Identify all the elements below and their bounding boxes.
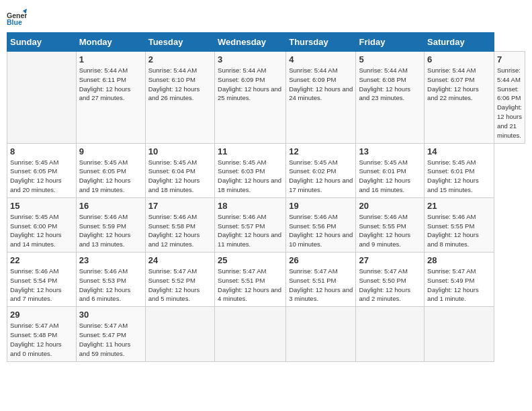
table-row: 9Sunrise: 5:45 AMSunset: 6:05 PMDaylight… [76,143,145,197]
day-info: Sunrise: 5:46 AMSunset: 5:53 PMDaylight:… [79,267,131,302]
day-number: 29 [10,310,73,320]
table-row: 29Sunrise: 5:47 AMSunset: 5:48 PMDayligh… [7,307,77,361]
day-number: 21 [427,201,491,211]
day-number: 20 [359,201,421,211]
table-row: 14Sunrise: 5:45 AMSunset: 6:01 PMDayligh… [425,143,494,197]
table-row: 26Sunrise: 5:47 AMSunset: 5:51 PMDayligh… [286,253,356,307]
weekday-header-wednesday: Wednesday [215,33,286,52]
day-info: Sunrise: 5:45 AMSunset: 6:05 PMDaylight:… [10,158,62,193]
empty-cell [7,52,77,144]
table-row: 12Sunrise: 5:45 AMSunset: 6:02 PMDayligh… [286,143,356,197]
day-number: 26 [289,255,353,265]
table-row: 13Sunrise: 5:45 AMSunset: 6:01 PMDayligh… [356,143,425,197]
day-info: Sunrise: 5:47 AMSunset: 5:51 PMDaylight:… [218,267,281,302]
day-number: 7 [497,54,522,64]
day-info: Sunrise: 5:46 AMSunset: 5:59 PMDaylight:… [79,213,131,248]
day-number: 25 [218,255,283,265]
day-number: 1 [79,54,142,64]
day-info: Sunrise: 5:45 AMSunset: 6:03 PMDaylight:… [218,158,281,193]
day-number: 5 [359,54,421,64]
day-number: 30 [79,310,142,320]
table-row: 1Sunrise: 5:44 AMSunset: 6:11 PMDaylight… [76,52,145,144]
day-number: 11 [218,146,283,156]
svg-text:Blue: Blue [7,18,22,26]
table-row: 21Sunrise: 5:46 AMSunset: 5:55 PMDayligh… [425,197,494,252]
day-info: Sunrise: 5:45 AMSunset: 6:02 PMDaylight:… [289,158,353,193]
table-row: 6Sunrise: 5:44 AMSunset: 6:07 PMDaylight… [425,52,494,144]
day-info: Sunrise: 5:46 AMSunset: 5:56 PMDaylight:… [289,213,353,248]
weekday-header-sunday: Sunday [7,33,77,52]
day-number: 15 [10,201,73,211]
table-row [425,307,494,361]
day-number: 6 [427,54,491,64]
day-number: 27 [359,255,421,265]
day-number: 12 [289,146,353,156]
day-info: Sunrise: 5:47 AMSunset: 5:47 PMDaylight:… [79,322,131,357]
table-row: 19Sunrise: 5:46 AMSunset: 5:56 PMDayligh… [286,197,356,252]
table-row: 15Sunrise: 5:45 AMSunset: 6:00 PMDayligh… [7,197,77,252]
day-info: Sunrise: 5:44 AMSunset: 6:09 PMDaylight:… [218,66,281,101]
table-row: 23Sunrise: 5:46 AMSunset: 5:53 PMDayligh… [76,253,145,307]
day-number: 28 [427,255,491,265]
day-info: Sunrise: 5:46 AMSunset: 5:57 PMDaylight:… [218,213,281,248]
day-info: Sunrise: 5:46 AMSunset: 5:55 PMDaylight:… [427,213,479,248]
table-row [356,307,425,361]
day-info: Sunrise: 5:44 AMSunset: 6:08 PMDaylight:… [359,66,410,101]
table-row: 11Sunrise: 5:45 AMSunset: 6:03 PMDayligh… [215,143,286,197]
day-number: 22 [10,255,73,265]
table-row: 20Sunrise: 5:46 AMSunset: 5:55 PMDayligh… [356,197,425,252]
logo: General Blue [7,7,27,27]
weekday-header-saturday: Saturday [425,33,494,52]
table-row: 24Sunrise: 5:47 AMSunset: 5:52 PMDayligh… [145,253,214,307]
day-number: 9 [79,146,142,156]
day-info: Sunrise: 5:47 AMSunset: 5:51 PMDaylight:… [289,267,353,302]
day-info: Sunrise: 5:47 AMSunset: 5:50 PMDaylight:… [359,267,410,302]
day-info: Sunrise: 5:47 AMSunset: 5:49 PMDaylight:… [427,267,479,302]
day-number: 24 [148,255,212,265]
table-row: 25Sunrise: 5:47 AMSunset: 5:51 PMDayligh… [215,253,286,307]
day-info: Sunrise: 5:45 AMSunset: 6:04 PMDaylight:… [148,158,200,193]
table-row: 16Sunrise: 5:46 AMSunset: 5:59 PMDayligh… [76,197,145,252]
day-info: Sunrise: 5:47 AMSunset: 5:48 PMDaylight:… [10,322,62,357]
table-row: 27Sunrise: 5:47 AMSunset: 5:50 PMDayligh… [356,253,425,307]
day-number: 2 [148,54,212,64]
day-info: Sunrise: 5:44 AMSunset: 6:07 PMDaylight:… [427,66,479,101]
table-row: 5Sunrise: 5:44 AMSunset: 6:08 PMDaylight… [356,52,425,144]
day-info: Sunrise: 5:45 AMSunset: 6:01 PMDaylight:… [427,158,479,193]
day-number: 23 [79,255,142,265]
table-row: 4Sunrise: 5:44 AMSunset: 6:09 PMDaylight… [286,52,356,144]
day-info: Sunrise: 5:44 AMSunset: 6:09 PMDaylight:… [289,66,353,101]
table-row: 7Sunrise: 5:44 AMSunset: 6:06 PMDaylight… [494,52,525,144]
logo-icon: General Blue [7,7,27,27]
table-row [286,307,356,361]
day-info: Sunrise: 5:45 AMSunset: 6:05 PMDaylight:… [79,158,131,193]
day-info: Sunrise: 5:44 AMSunset: 6:06 PMDaylight:… [497,66,522,139]
day-info: Sunrise: 5:46 AMSunset: 5:54 PMDaylight:… [10,267,62,302]
day-info: Sunrise: 5:46 AMSunset: 5:55 PMDaylight:… [359,213,410,248]
day-number: 18 [218,201,283,211]
table-row: 22Sunrise: 5:46 AMSunset: 5:54 PMDayligh… [7,253,77,307]
table-row: 10Sunrise: 5:45 AMSunset: 6:04 PMDayligh… [145,143,214,197]
weekday-header-tuesday: Tuesday [145,33,214,52]
page-header: General Blue [7,7,525,27]
day-info: Sunrise: 5:45 AMSunset: 6:00 PMDaylight:… [10,213,62,248]
day-info: Sunrise: 5:44 AMSunset: 6:10 PMDaylight:… [148,66,200,101]
weekday-header-monday: Monday [76,33,145,52]
day-number: 4 [289,54,353,64]
day-number: 13 [359,146,421,156]
table-row: 17Sunrise: 5:46 AMSunset: 5:58 PMDayligh… [145,197,214,252]
day-number: 8 [10,146,73,156]
day-number: 16 [79,201,142,211]
table-row: 2Sunrise: 5:44 AMSunset: 6:10 PMDaylight… [145,52,214,144]
weekday-header-friday: Friday [356,33,425,52]
table-row: 30Sunrise: 5:47 AMSunset: 5:47 PMDayligh… [76,307,145,361]
day-info: Sunrise: 5:45 AMSunset: 6:01 PMDaylight:… [359,158,410,193]
table-row: 18Sunrise: 5:46 AMSunset: 5:57 PMDayligh… [215,197,286,252]
day-number: 14 [427,146,491,156]
table-row: 8Sunrise: 5:45 AMSunset: 6:05 PMDaylight… [7,143,77,197]
day-info: Sunrise: 5:46 AMSunset: 5:58 PMDaylight:… [148,213,200,248]
day-number: 17 [148,201,212,211]
day-number: 10 [148,146,212,156]
day-number: 19 [289,201,353,211]
table-row [215,307,286,361]
